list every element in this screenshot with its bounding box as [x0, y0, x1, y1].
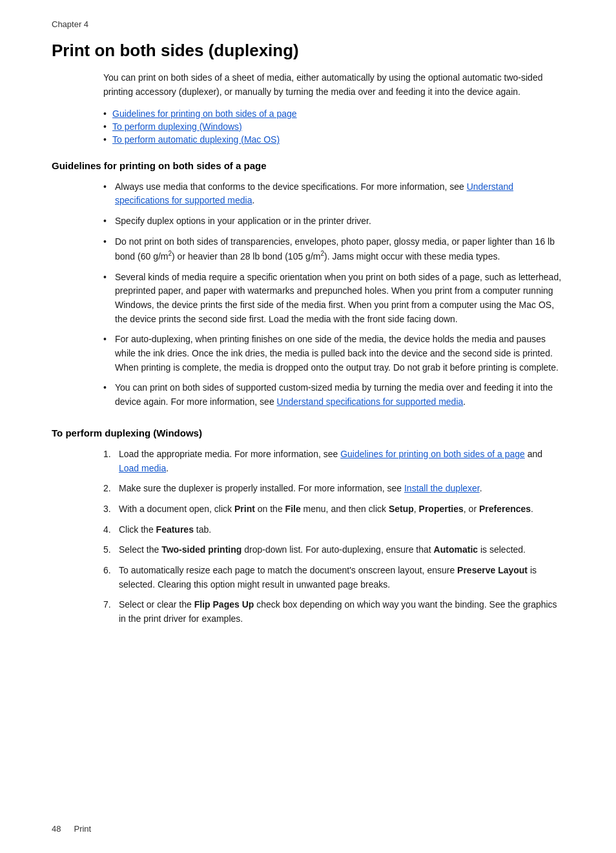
understand-specs-link-2[interactable]: Understand specifications for supported …	[277, 396, 464, 407]
install-duplexer-link[interactable]: Install the duplexer	[404, 483, 480, 493]
windows-section: To perform duplexing (Windows) Load the …	[52, 427, 564, 626]
guidelines-bullet-list: Always use media that conforms to the de…	[103, 180, 564, 409]
toc-link-1[interactable]: Guidelines for printing on both sides of…	[112, 108, 297, 119]
guidelines-link-step1[interactable]: Guidelines for printing on both sides of…	[340, 449, 525, 459]
load-media-link[interactable]: Load media	[119, 463, 166, 473]
intro-text: You can print on both sides of a sheet o…	[103, 71, 564, 99]
understand-specs-link-1[interactable]: Understand specifications for supported …	[115, 181, 513, 206]
footer: 48 Print	[0, 824, 616, 834]
windows-step-3: With a document open, click Print on the…	[103, 502, 564, 517]
toc-item-2[interactable]: To perform duplexing (Windows)	[103, 121, 564, 132]
footer-section-label: Print	[74, 824, 91, 834]
toc-link-2[interactable]: To perform duplexing (Windows)	[112, 121, 242, 132]
windows-step-4: Click the Features tab.	[103, 523, 564, 537]
windows-step-6: To automatically resize each page to mat…	[103, 564, 564, 591]
guideline-item-3: Do not print on both sides of transparen…	[103, 235, 564, 264]
guideline-item-6: You can print on both sides of supported…	[103, 381, 564, 409]
guidelines-section: Guidelines for printing on both sides of…	[52, 160, 564, 409]
windows-step-2: Make sure the duplexer is properly insta…	[103, 482, 564, 496]
guideline-item-4: Several kinds of media require a specifi…	[103, 271, 564, 327]
footer-page-number: 48	[52, 824, 61, 834]
windows-steps-list: Load the appropriate media. For more inf…	[103, 447, 564, 626]
guidelines-heading: Guidelines for printing on both sides of…	[52, 160, 564, 171]
guideline-item-1: Always use media that conforms to the de…	[103, 180, 564, 208]
chapter-label: Chapter 4	[52, 19, 564, 29]
toc-list: Guidelines for printing on both sides of…	[103, 108, 564, 145]
guideline-item-2: Specify duplex options in your applicati…	[103, 214, 564, 229]
toc-item-1[interactable]: Guidelines for printing on both sides of…	[103, 108, 564, 119]
toc-link-3[interactable]: To perform automatic duplexing (Mac OS)	[112, 134, 280, 145]
windows-step-1: Load the appropriate media. For more inf…	[103, 447, 564, 475]
windows-heading: To perform duplexing (Windows)	[52, 427, 564, 438]
toc-item-3[interactable]: To perform automatic duplexing (Mac OS)	[103, 134, 564, 145]
guideline-item-5: For auto-duplexing, when printing finish…	[103, 333, 564, 375]
page-title: Print on both sides (duplexing)	[52, 41, 564, 61]
windows-step-5: Select the Two-sided printing drop-down …	[103, 543, 564, 557]
windows-step-7: Select or clear the Flip Pages Up check …	[103, 598, 564, 626]
